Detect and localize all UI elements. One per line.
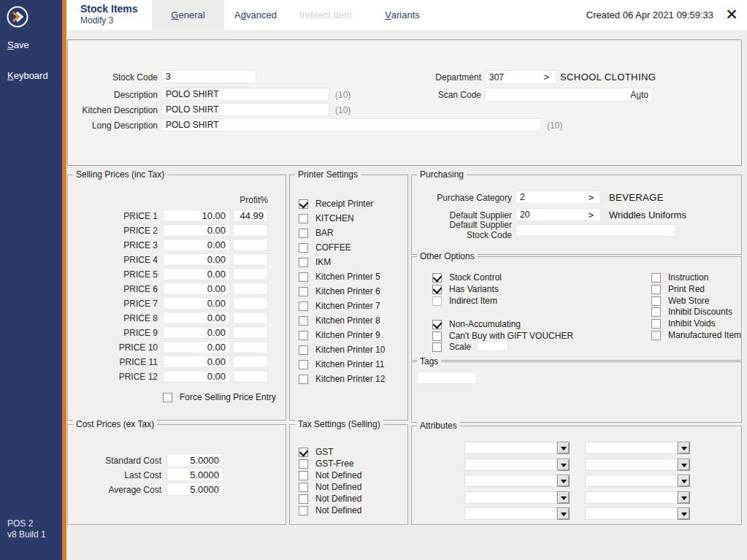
- pos-logo-icon[interactable]: [6, 5, 29, 28]
- checkbox-coffee[interactable]: [299, 243, 308, 253]
- department-input[interactable]: 307 >: [485, 70, 556, 84]
- price-input-3[interactable]: 0.00: [163, 239, 230, 251]
- attribute-select-r2-c1[interactable]: [464, 459, 557, 471]
- attribute-select-r4-c2[interactable]: [585, 491, 678, 504]
- price-input-2[interactable]: 0.00: [163, 224, 230, 237]
- profit-input-6[interactable]: [233, 283, 268, 295]
- checkbox-gst[interactable]: [299, 448, 308, 457]
- checkbox-can-t-buy-with-gift-voucher[interactable]: [432, 331, 442, 341]
- checkbox-kitchen-printer-9[interactable]: [299, 331, 308, 340]
- price-input-6[interactable]: 0.00: [163, 283, 230, 295]
- checkbox-kitchen-printer-10[interactable]: [299, 345, 308, 355]
- profit-input-4[interactable]: [233, 253, 268, 266]
- price-input-4[interactable]: 0.00: [163, 253, 230, 266]
- attribute-dropdown-icon-r3-c2[interactable]: [678, 475, 690, 487]
- attribute-dropdown-icon-r5-c1[interactable]: [557, 507, 570, 520]
- checkbox-gst-free[interactable]: [299, 459, 308, 469]
- price-input-9[interactable]: 0.00: [163, 326, 230, 339]
- attribute-dropdown-icon-r3-c1[interactable]: [557, 475, 570, 487]
- kitchen-description-input[interactable]: POLO SHIRT: [161, 103, 329, 116]
- attribute-select-r3-c1[interactable]: [464, 475, 557, 487]
- scale-field[interactable]: [476, 341, 508, 351]
- checkbox-bar[interactable]: [299, 229, 308, 238]
- attribute-dropdown-icon-r1-c1[interactable]: [557, 442, 570, 454]
- checkbox-kitchen-printer-11[interactable]: [299, 360, 308, 369]
- price-input-5[interactable]: 0.00: [163, 268, 230, 280]
- save-button[interactable]: Save: [7, 39, 29, 50]
- price-input-11[interactable]: 0.00: [163, 356, 230, 368]
- checkbox-ikm[interactable]: [299, 258, 308, 267]
- scan-code-auto-button[interactable]: Auto: [630, 90, 648, 100]
- default-supplier-lookup-button[interactable]: >: [588, 210, 597, 220]
- checkbox-not-defined[interactable]: [299, 483, 308, 492]
- checkbox-kitchen-printer-6[interactable]: [299, 287, 308, 296]
- price-input-8[interactable]: 0.00: [163, 312, 230, 324]
- price-input-7[interactable]: 0.00: [163, 297, 230, 310]
- attribute-dropdown-icon-r2-c1[interactable]: [557, 459, 570, 471]
- attribute-select-r2-c2[interactable]: [585, 459, 678, 471]
- profit-input-3[interactable]: [233, 239, 268, 251]
- checkbox-kitchen[interactable]: [299, 214, 308, 223]
- attribute-dropdown-icon-r4-c2[interactable]: [678, 491, 690, 504]
- price-input-1[interactable]: 10.00: [163, 210, 230, 222]
- checkbox-kitchen-printer-8[interactable]: [299, 316, 308, 326]
- checkbox-kitchen-printer-5[interactable]: [299, 272, 308, 282]
- default-supplier-stock-code-input[interactable]: [516, 224, 676, 237]
- stock-code-input[interactable]: 3: [161, 70, 256, 83]
- checkbox-inhibit-discounts[interactable]: [651, 307, 661, 317]
- checkbox-not-defined[interactable]: [299, 471, 308, 480]
- checkbox-force-selling-price-entry[interactable]: [163, 393, 172, 402]
- checkbox-non-accumulating[interactable]: [432, 320, 442, 329]
- checkbox-receipt-printer[interactable]: [299, 199, 308, 209]
- attribute-dropdown-icon-r4-c1[interactable]: [557, 491, 570, 504]
- cost-input-average-cost[interactable]: 5.0000: [166, 483, 223, 496]
- long-description-input[interactable]: POLO SHIRT: [161, 118, 541, 131]
- profit-input-10[interactable]: [233, 341, 268, 353]
- purchase-category-lookup-button[interactable]: >: [588, 192, 597, 203]
- attribute-dropdown-icon-r5-c2[interactable]: [678, 507, 690, 520]
- checkbox-has-variants[interactable]: [432, 285, 442, 294]
- cost-input-last-cost[interactable]: 5.0000: [166, 468, 223, 481]
- checkbox-print-red[interactable]: [651, 285, 661, 294]
- tab-general[interactable]: General: [152, 0, 224, 30]
- keyboard-button[interactable]: Keyboard: [7, 70, 48, 81]
- attribute-select-r1-c1[interactable]: [464, 442, 557, 454]
- checkbox-not-defined[interactable]: [299, 506, 308, 515]
- checkbox-manufactured-item[interactable]: [651, 331, 661, 340]
- checkbox-stock-control[interactable]: [432, 273, 442, 283]
- profit-input-12[interactable]: [233, 370, 268, 383]
- attribute-select-r1-c2[interactable]: [585, 442, 678, 454]
- description-input[interactable]: POLO SHIRT: [161, 88, 329, 101]
- purchase-category-input[interactable]: 2 >: [516, 191, 601, 204]
- checkbox-kitchen-printer-12[interactable]: [299, 375, 308, 384]
- attribute-select-r5-c1[interactable]: [464, 507, 557, 520]
- checkbox-instruction[interactable]: [651, 273, 661, 283]
- checkbox-web-store[interactable]: [651, 296, 661, 306]
- price-input-12[interactable]: 0.00: [163, 370, 230, 383]
- tab-variants[interactable]: Variants: [366, 0, 439, 30]
- close-icon[interactable]: ✕: [722, 5, 741, 24]
- profit-input-11[interactable]: [233, 356, 268, 368]
- attribute-select-r4-c1[interactable]: [464, 491, 557, 504]
- profit-input-2[interactable]: [233, 224, 268, 237]
- profit-input-8[interactable]: [233, 312, 268, 324]
- department-lookup-button[interactable]: >: [543, 72, 552, 83]
- checkbox-kitchen-printer-7[interactable]: [299, 302, 308, 311]
- profit-input-7[interactable]: [233, 297, 268, 310]
- attribute-select-r5-c2[interactable]: [585, 507, 678, 520]
- profit-input-1[interactable]: 44.99: [233, 210, 268, 222]
- profit-input-5[interactable]: [233, 268, 268, 280]
- tags-input[interactable]: [417, 372, 477, 384]
- attribute-dropdown-icon-r2-c2[interactable]: [678, 459, 690, 471]
- scan-code-input[interactable]: Auto: [485, 88, 653, 101]
- price-input-10[interactable]: 0.00: [163, 341, 230, 353]
- checkbox-inhibit-voids[interactable]: [651, 319, 661, 329]
- checkbox-scale[interactable]: [432, 342, 442, 352]
- cost-input-standard-cost[interactable]: 5.0000: [166, 453, 223, 467]
- attribute-dropdown-icon-r1-c2[interactable]: [678, 442, 690, 454]
- profit-input-9[interactable]: [233, 326, 268, 339]
- default-supplier-input[interactable]: 20 >: [516, 208, 601, 221]
- attribute-select-r3-c2[interactable]: [585, 475, 678, 487]
- tab-advanced[interactable]: Advanced: [224, 0, 287, 30]
- checkbox-not-defined[interactable]: [299, 494, 308, 504]
